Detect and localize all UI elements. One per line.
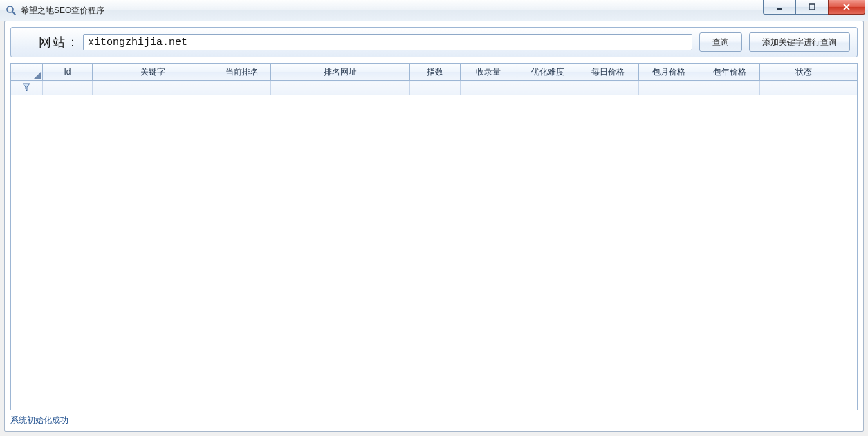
grid-filter-row [11,81,857,95]
column-header-indexed[interactable]: 收录量 [460,64,517,81]
site-label: 网站： [39,34,80,50]
column-header-difficulty[interactable]: 优化难度 [517,64,578,81]
query-button[interactable]: 查询 [699,32,742,52]
column-header-price_day[interactable]: 每日价格 [578,64,638,81]
close-button[interactable] [828,0,865,15]
client-area: 网站： 查询 添加关键字进行查询 Id关键字当前排名排名网址指数收录量优化难度每… [4,21,864,432]
add-keyword-button[interactable]: 添加关键字进行查询 [749,32,850,52]
column-header-index[interactable]: 指数 [410,64,460,81]
statusbar: 系统初始化成功 [10,413,858,427]
filter-cell-index[interactable] [410,81,460,95]
grid-header-row: Id关键字当前排名排名网址指数收录量优化难度每日价格包月价格包年价格状态 [11,64,857,81]
filter-spacer [847,81,857,95]
svg-rect-2 [777,8,782,10]
svg-marker-7 [23,84,30,91]
svg-rect-3 [809,4,815,10]
svg-marker-6 [34,72,41,79]
results-grid[interactable]: Id关键字当前排名排名网址指数收录量优化难度每日价格包月价格包年价格状态 [10,63,858,410]
status-text: 系统初始化成功 [10,415,68,426]
site-input[interactable] [83,34,692,50]
column-header-rank_url[interactable]: 排名网址 [271,64,410,81]
window-controls [764,0,865,15]
filter-cell-indexed[interactable] [460,81,517,95]
filter-cell-rank[interactable] [214,81,271,95]
filter-cell-keyword[interactable] [93,81,214,95]
column-header-rank[interactable]: 当前排名 [214,64,271,81]
grid-corner-cell[interactable] [11,64,42,81]
app-icon [6,5,17,16]
search-panel: 网站： 查询 添加关键字进行查询 [10,27,858,57]
filter-cell-price_year[interactable] [699,81,760,95]
filter-cell-id[interactable] [42,81,92,95]
column-header-price_month[interactable]: 包月价格 [638,64,699,81]
filter-cell-price_day[interactable] [578,81,638,95]
filter-cell-difficulty[interactable] [517,81,578,95]
filter-icon [21,82,31,92]
titlebar: 希望之地SEO查价程序 [0,0,868,21]
column-header-id[interactable]: Id [42,64,92,81]
window-title: 希望之地SEO查价程序 [21,5,104,17]
minimize-button[interactable] [763,0,796,15]
column-header-keyword[interactable]: 关键字 [93,64,214,81]
filter-cell-status[interactable] [760,81,847,95]
filter-cell-rank_url[interactable] [271,81,410,95]
column-header-status[interactable]: 状态 [760,64,847,81]
column-header-price_year[interactable]: 包年价格 [699,64,760,81]
header-spacer [847,64,857,81]
filter-icon-cell[interactable] [11,81,42,95]
svg-line-1 [12,12,15,15]
maximize-button[interactable] [795,0,829,15]
filter-cell-price_month[interactable] [638,81,699,95]
